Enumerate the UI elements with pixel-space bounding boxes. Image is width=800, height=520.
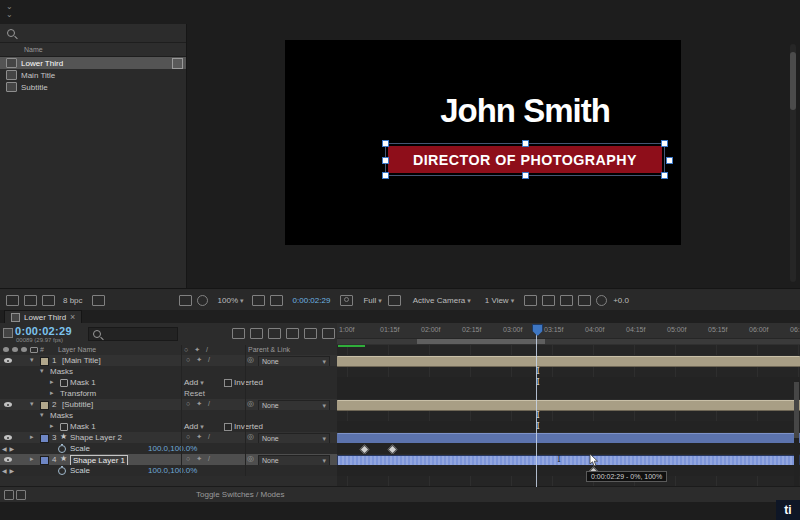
group-label[interactable]: Transform [60,389,96,398]
timeline-search[interactable] [88,327,178,341]
label-color-swatch[interactable] [40,357,49,366]
layer-switches[interactable] [186,455,212,463]
label-color-swatch[interactable] [40,401,49,410]
keyframe-diamond[interactable] [360,445,370,455]
layer-name[interactable]: [Main Title] [62,356,101,365]
eye-icon[interactable] [4,457,12,462]
resolution-dropdown[interactable]: Full [363,296,376,305]
pick-whip-icon[interactable] [247,432,254,441]
mask-name[interactable]: Mask 1 [70,422,96,431]
zoom-dropdown[interactable]: 100% [218,296,238,305]
project-flowchart-icon[interactable] [6,295,19,306]
eye-icon[interactable] [4,358,12,363]
twirl-icon[interactable] [30,455,34,463]
trash-icon[interactable] [92,295,105,306]
inverted-checkbox[interactable] [224,423,232,431]
layer-name[interactable]: Shape Layer 2 [70,433,122,442]
selection-handle[interactable] [661,172,668,179]
lower-third-bar[interactable]: DIRECTOR OF PHOTOGRAPHY [388,146,662,173]
view-layout-dropdown[interactable]: 1 View [485,296,509,305]
motion-blur-icon[interactable] [304,328,317,339]
keyframe-diamond[interactable] [388,445,398,455]
label-color-swatch[interactable] [40,434,49,443]
mask-mode-dropdown[interactable]: Add [184,422,204,431]
transparency-grid-icon[interactable] [388,295,401,306]
twirl-icon[interactable] [50,422,54,430]
property-value[interactable]: 100.0,100.0% [148,444,197,453]
mask-row[interactable]: Mask 1 Add Inverted [0,377,337,388]
inverted-checkbox[interactable] [224,379,232,387]
stopwatch-icon[interactable] [58,467,66,475]
property-value[interactable]: 100.0,100.0% [148,466,197,475]
project-search[interactable] [0,24,186,43]
camera-dropdown[interactable]: Active Camera [413,296,465,305]
pick-whip-icon[interactable] [247,355,254,364]
twirl-icon[interactable] [40,367,44,375]
transform-group-row[interactable]: Transform Reset [0,388,337,399]
property-name[interactable]: Scale [70,444,90,453]
eye-icon[interactable] [4,402,12,407]
mask-row[interactable]: Mask 1 Add Inverted [0,421,337,432]
flowchart-button-icon[interactable] [578,295,591,306]
layer-name[interactable]: [Subtitle] [62,400,93,409]
pick-whip-icon[interactable] [247,399,254,408]
keyframe-icon[interactable] [556,455,562,464]
lane-mask-1[interactable] [337,421,800,432]
masks-group-row[interactable]: Masks [0,366,337,377]
composition-viewer[interactable]: John Smith DIRECTOR OF PHOTOGRAPHY [285,40,681,245]
graph-editor-icon[interactable] [322,328,335,339]
layer-switches[interactable] [186,356,212,364]
lane-shape-layer-2[interactable] [337,432,800,443]
preview-timecode[interactable]: 0:00:02:29 [293,296,331,305]
selection-handle[interactable] [661,140,668,147]
panel-chevron-icon[interactable] [6,11,13,19]
scrollbar-thumb[interactable] [790,52,796,110]
fast-previews-icon[interactable] [542,295,555,306]
stopwatch-icon[interactable] [58,445,66,453]
twirl-icon[interactable] [30,400,34,408]
rulers-icon[interactable] [252,295,265,306]
scale-property-row[interactable]: Scale 100.0,100.0% [0,465,337,476]
current-time-indicator-line[interactable] [536,332,537,487]
draft-3d-icon[interactable] [250,328,263,339]
snapshot-camera-icon[interactable] [340,295,353,306]
timeline-lanes[interactable] [337,345,800,487]
selection-handle[interactable] [522,140,529,147]
keyframe-navigator[interactable] [2,445,17,452]
group-label[interactable]: Masks [50,367,73,376]
expand-panel-icon[interactable] [4,490,14,500]
lane-scale-sl1[interactable] [337,465,800,476]
masks-group-row[interactable]: Masks [0,410,337,421]
hide-shy-layers-icon[interactable] [268,328,281,339]
region-of-interest-icon[interactable] [270,295,283,306]
toggle-switches-modes-button[interactable]: Toggle Switches / Modes [196,490,285,499]
lane-transform[interactable] [337,388,800,399]
project-item-main-title[interactable]: Main Title [0,69,186,81]
layer-row-main-title[interactable]: 1 [Main Title] None [0,355,337,366]
scale-property-row[interactable]: Scale 100.0,100.0% [0,443,337,454]
layer-switches[interactable] [186,400,212,408]
twirl-icon[interactable] [40,411,44,419]
mask-name[interactable]: Mask 1 [70,378,96,387]
timeline-button-icon[interactable] [560,295,573,306]
layer-row-shape-layer-2[interactable]: 3 Shape Layer 2 None [0,432,337,443]
bit-depth-label[interactable]: 8 bpc [63,296,83,305]
twirl-icon[interactable] [50,378,54,386]
create-folder-icon[interactable] [42,295,55,306]
mask-mode-dropdown[interactable]: Add [184,378,204,387]
frame-blending-icon[interactable] [286,328,299,339]
lane-shape-layer-1[interactable] [337,454,800,465]
layer-name-column-header[interactable]: Layer Name [58,346,96,353]
keyframe-navigator[interactable] [2,467,17,474]
close-icon[interactable] [70,312,75,322]
always-preview-icon[interactable] [179,295,192,306]
pixel-aspect-icon[interactable] [524,295,537,306]
reset-button[interactable]: Reset [184,389,205,398]
selection-handle[interactable] [382,157,389,164]
selection-handle[interactable] [522,172,529,179]
column-divider[interactable] [245,345,246,476]
twirl-icon[interactable] [50,389,54,397]
project-item-lower-third[interactable]: Lower Third [0,57,186,69]
selection-handle[interactable] [666,157,673,164]
work-area-segment[interactable] [417,339,545,344]
